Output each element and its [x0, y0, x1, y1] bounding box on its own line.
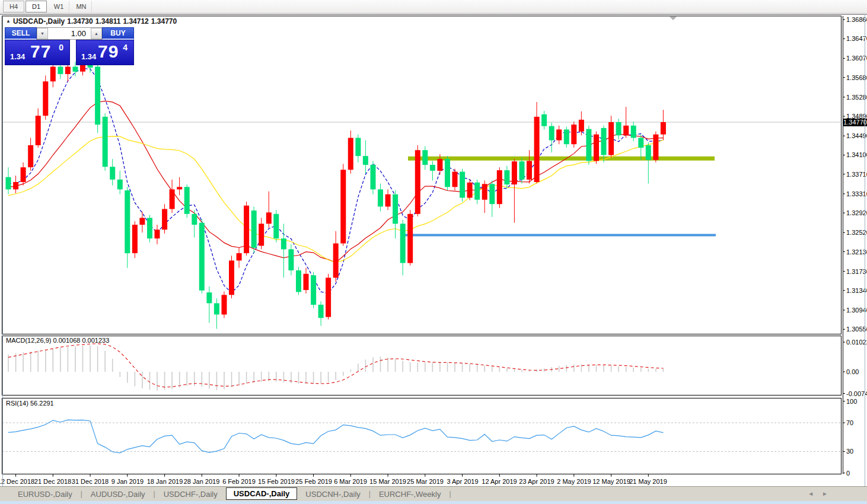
- chart-window: ▲USDCAD-,Daily1.347301.348111.347121.347…: [0, 14, 867, 486]
- price-chart-canvas[interactable]: [0, 14, 867, 504]
- price-axis-label: 1.33310: [846, 190, 867, 197]
- date-axis-label: 28 Jan 2019: [184, 478, 220, 485]
- chart-tab-audusd[interactable]: AUDUSD-,Daily: [82, 489, 154, 500]
- timeframe-button-d1[interactable]: D1: [26, 1, 47, 12]
- price-axis-label: 1.32520: [846, 229, 867, 236]
- ohlc-high: 1.34811: [95, 17, 121, 25]
- buy-price-pip: 4: [123, 43, 128, 52]
- chart-symbol-label: USDCAD-,Daily: [13, 17, 65, 25]
- window-right-border: [865, 14, 865, 486]
- price-axis-label: 1.36070: [846, 55, 867, 62]
- date-axis-label: 12 Dec 2018: [0, 478, 34, 485]
- tab-scroll-arrows: ◄►: [808, 490, 836, 497]
- one-click-trading-panel: SELL ▼ 1.00 ▲ BUY 1.34 77 0 1.34 79 4: [5, 27, 134, 65]
- buy-price-big: 79: [98, 42, 119, 62]
- chart-tab-eurchf[interactable]: EURCHF-,Weekly: [371, 489, 450, 500]
- date-axis-label: 25 Mar 2019: [407, 478, 444, 485]
- price-axis-label: 1.36860: [846, 16, 867, 23]
- rsi-axis-label: 0: [846, 470, 850, 477]
- chart-tab-usdcnh[interactable]: USDCNH-,Daily: [297, 489, 368, 500]
- price-axis-label: 1.35680: [846, 74, 867, 81]
- date-axis-label: 6 Mar 2019: [334, 478, 367, 485]
- macd-signal-line: [8, 344, 663, 387]
- ohlc-close: 1.34770: [151, 17, 177, 25]
- tab-scroll-right-icon[interactable]: ►: [822, 490, 836, 497]
- date-axis-label: 2 May 2019: [557, 478, 591, 485]
- date-axis-label: 3 Apr 2019: [447, 478, 478, 485]
- macd-axis-label: 0.00: [846, 368, 859, 375]
- sell-button[interactable]: SELL: [5, 27, 37, 40]
- window-bottom-strip: [0, 501, 867, 504]
- sell-price-base: 1.34: [10, 52, 25, 61]
- mt4-window: H4D1W1MN ▲USDCAD-,Daily1.347301.348111.3…: [0, 0, 867, 504]
- rsi-axis-label: 70: [846, 419, 853, 426]
- sell-price-pip: 0: [59, 43, 63, 52]
- price-axis-label: 1.31730: [846, 268, 867, 275]
- macd-axis-label: -0.007477: [846, 390, 867, 397]
- date-axis-label: 9 Jan 2019: [111, 478, 144, 485]
- date-axis-label: 21 May 2019: [629, 478, 667, 485]
- buy-button[interactable]: BUY: [102, 27, 134, 40]
- volume-stepper: ▼ 1.00 ▲: [37, 27, 102, 40]
- date-axis-label: 15 Feb 2019: [258, 478, 295, 485]
- macd-main-value: 0.001068: [53, 337, 80, 344]
- date-axis-label: 31 Dec 2018: [72, 478, 109, 485]
- chart-tab-bar: EURUSD-,Daily|AUDUSD-,Daily|USDCHF-,Dail…: [0, 486, 867, 501]
- price-axis-label: 1.30940: [846, 307, 867, 314]
- rsi-axis-label: 100: [846, 398, 857, 405]
- chart-tab-usdchf[interactable]: USDCHF-,Daily: [155, 489, 226, 500]
- rsi-line: [8, 420, 663, 453]
- price-axis-label: 1.35280: [846, 94, 867, 101]
- price-axis-label: 1.30550: [846, 326, 867, 333]
- volume-input[interactable]: 1.00: [48, 28, 91, 39]
- date-axis-label: 21 Dec 2018: [34, 478, 71, 485]
- date-axis-label: 18 Jan 2019: [147, 478, 183, 485]
- ohlc-low: 1.34712: [123, 17, 148, 25]
- rsi-value: 56.2291: [30, 400, 54, 407]
- tab-separator: |: [449, 490, 451, 498]
- window-left-border: [2, 14, 3, 486]
- chart-title: ▲USDCAD-,Daily1.347301.348111.347121.347…: [6, 17, 179, 25]
- current-price-badge: 1.34770: [843, 119, 867, 126]
- price-axis-label: 1.34100: [846, 151, 867, 158]
- price-axis-label: 1.33710: [846, 171, 867, 178]
- tab-scroll-left-icon[interactable]: ◄: [808, 490, 822, 497]
- chart-shift-marker-icon[interactable]: [670, 17, 677, 20]
- date-axis-label: 6 Feb 2019: [222, 478, 256, 485]
- date-axis-label: 15 Mar 2019: [369, 478, 406, 485]
- volume-increase-button[interactable]: ▲: [91, 28, 102, 39]
- date-axis-label: 23 Apr 2019: [519, 478, 554, 485]
- sell-price-big: 77: [30, 42, 51, 62]
- volume-decrease-button[interactable]: ▼: [37, 28, 48, 39]
- price-axis-label: 1.31340: [846, 287, 867, 294]
- collapse-triangle-icon[interactable]: ▲: [6, 18, 11, 24]
- timeframe-toolbar: H4D1W1MN: [0, 0, 867, 14]
- timeframe-button-w1[interactable]: W1: [48, 1, 69, 12]
- chart-tab-eurusd[interactable]: EURUSD-,Daily: [9, 489, 81, 500]
- timeframe-button-mn[interactable]: MN: [71, 1, 92, 12]
- buy-price-box[interactable]: 1.34 79 4: [76, 40, 134, 65]
- price-axis-label: 1.34490: [846, 132, 867, 139]
- price-axis-label: 1.36470: [846, 35, 867, 42]
- chart-tab-usdcad[interactable]: USDCAD-,Daily: [226, 487, 298, 500]
- sell-price-box[interactable]: 1.34 77 0: [5, 40, 70, 65]
- price-axis-label: 1.32920: [846, 209, 867, 216]
- macd-axis-label: 0.010229: [846, 339, 867, 346]
- price-axis-label: 1.32130: [846, 248, 867, 256]
- buy-price-base: 1.34: [81, 52, 96, 61]
- macd-indicator-label: MACD(12,26,9) 0.001068 0.001233: [6, 337, 109, 344]
- date-axis-label: 12 Apr 2019: [482, 478, 517, 485]
- macd-signal-value: 0.001233: [82, 337, 109, 344]
- date-axis-label: 25 Feb 2019: [295, 478, 332, 485]
- date-axis-label: 12 May 2019: [592, 478, 630, 485]
- timeframe-button-h4[interactable]: H4: [3, 1, 24, 12]
- rsi-indicator-label: RSI(14) 56.2291: [6, 400, 54, 407]
- ohlc-open: 1.34730: [67, 17, 93, 25]
- rsi-axis-label: 30: [846, 448, 853, 455]
